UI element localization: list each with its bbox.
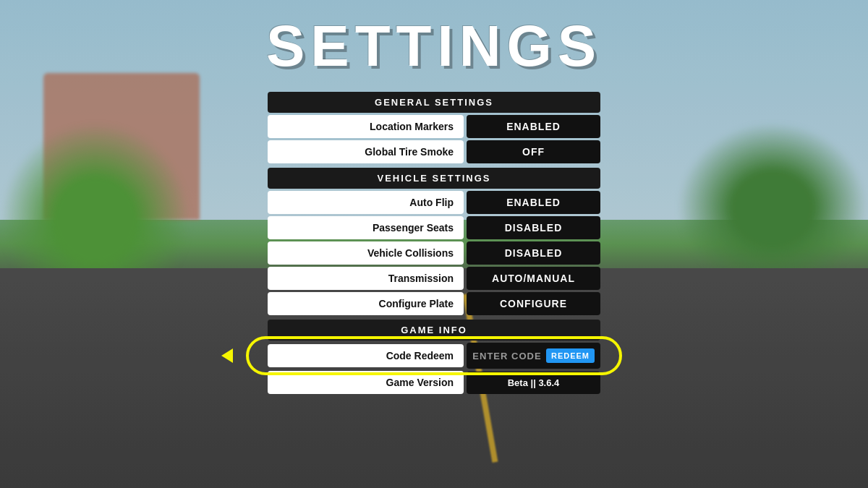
global-tire-smoke-value[interactable]: OFF <box>467 140 600 163</box>
passenger-seats-value[interactable]: DISABLED <box>467 216 600 239</box>
game-info-header: GAME INFO <box>268 320 600 341</box>
page-title: SETTINGS <box>266 13 602 80</box>
code-redeem-label: Code Redeem <box>268 344 464 367</box>
auto-flip-row: Auto Flip ENABLED <box>268 191 600 214</box>
auto-flip-label: Auto Flip <box>268 191 464 214</box>
configure-plate-row: Configure Plate CONFIGURE <box>268 292 600 315</box>
code-redeem-row: Code Redeem ENTER CODE REDEEM <box>268 343 600 369</box>
configure-plate-value[interactable]: CONFIGURE <box>467 292 600 315</box>
passenger-seats-row: Passenger Seats DISABLED <box>268 216 600 239</box>
passenger-seats-label: Passenger Seats <box>268 216 464 239</box>
redeem-button[interactable]: REDEEM <box>546 348 595 363</box>
general-settings-header: GENERAL SETTINGS <box>268 92 600 113</box>
arrow-left-icon <box>221 348 233 363</box>
vehicle-collisions-label: Vehicle Collisions <box>268 241 464 265</box>
auto-flip-value[interactable]: ENABLED <box>467 191 600 214</box>
transmission-label: Transmission <box>268 267 464 290</box>
global-tire-smoke-row: Global Tire Smoke OFF <box>268 140 600 163</box>
configure-plate-label: Configure Plate <box>268 292 464 315</box>
location-markers-value[interactable]: ENABLED <box>467 115 600 138</box>
settings-panel: GENERAL SETTINGS Location Markers ENABLE… <box>268 90 600 396</box>
enter-code-placeholder: ENTER CODE <box>472 351 542 361</box>
location-markers-row: Location Markers ENABLED <box>268 115 600 138</box>
vehicle-collisions-row: Vehicle Collisions DISABLED <box>268 241 600 265</box>
game-version-row: Game Version Beta || 3.6.4 <box>268 371 600 394</box>
vehicle-settings-header: VEHICLE SETTINGS <box>268 168 600 189</box>
vehicle-collisions-value[interactable]: DISABLED <box>467 241 600 265</box>
global-tire-smoke-label: Global Tire Smoke <box>268 140 464 163</box>
game-version-label: Game Version <box>268 371 464 394</box>
location-markers-label: Location Markers <box>268 115 464 138</box>
code-redeem-input-area[interactable]: ENTER CODE REDEEM <box>467 343 600 369</box>
transmission-row: Transmission AUTO/MANUAL <box>268 267 600 290</box>
transmission-value[interactable]: AUTO/MANUAL <box>467 267 600 290</box>
game-version-value: Beta || 3.6.4 <box>467 372 600 394</box>
content: SETTINGS GENERAL SETTINGS Location Marke… <box>0 0 868 488</box>
